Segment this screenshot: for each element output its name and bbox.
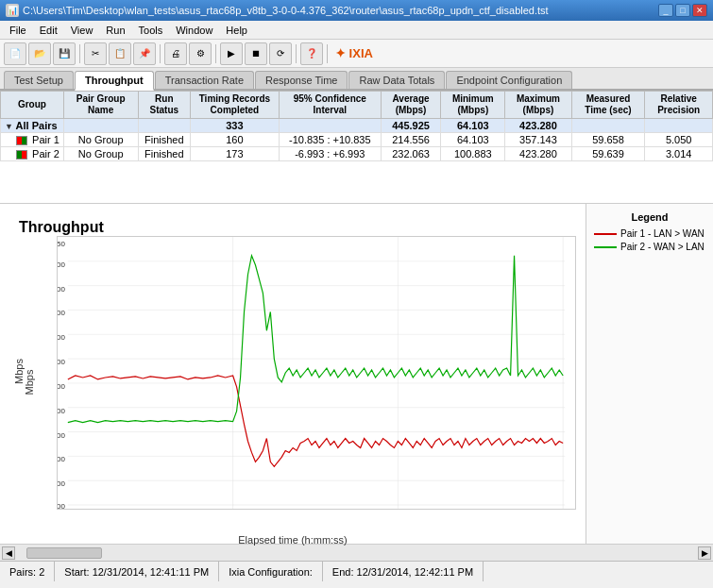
pair2-legend-line bbox=[594, 246, 617, 248]
status-end: End: 12/31/2014, 12:42:11 PM bbox=[323, 562, 484, 581]
svg-text:80.00: 80.00 bbox=[57, 455, 65, 463]
pair1-confidence: -10.835 : +10.835 bbox=[279, 133, 381, 147]
ixia-config-label: Ixia Configuration: bbox=[229, 566, 313, 578]
scroll-thumb[interactable] bbox=[26, 547, 102, 559]
app-icon: 📊 bbox=[6, 4, 19, 17]
pair1-label: Pair 1 bbox=[32, 134, 59, 145]
tab-test-setup[interactable]: Test Setup bbox=[4, 71, 74, 89]
pair2-timing: 173 bbox=[190, 147, 279, 161]
allpairs-maximum: 423.280 bbox=[505, 119, 571, 133]
allpairs-group: ▼ All Pairs bbox=[1, 119, 64, 133]
start-time: Start: 12/31/2014, 12:41:11 PM bbox=[64, 566, 209, 578]
pair2-group: Pair 2 bbox=[1, 147, 64, 161]
col-confidence-interval: 95% Confidence Interval bbox=[279, 92, 381, 119]
menu-bar: File Edit View Run Tools Window Help bbox=[0, 21, 713, 40]
menu-help[interactable]: Help bbox=[220, 23, 253, 38]
pair1-legend-line bbox=[594, 233, 617, 235]
menu-edit[interactable]: Edit bbox=[34, 23, 63, 38]
chart-section: Throughput Mbps 451 bbox=[0, 204, 713, 544]
chart-main: Throughput Mbps 451 bbox=[0, 204, 586, 544]
new-button[interactable]: 📄 bbox=[4, 42, 26, 65]
col-minimum: Minimum (Mbps) bbox=[441, 92, 505, 119]
col-maximum: Maximum (Mbps) bbox=[505, 92, 571, 119]
table-row: Pair 2 No Group Finished 173 -6.993 : +6… bbox=[1, 147, 713, 161]
pair2-average: 232.063 bbox=[381, 147, 441, 161]
separator-2 bbox=[160, 44, 161, 63]
svg-text:120.00: 120.00 bbox=[57, 431, 65, 440]
reset-button[interactable]: ⟳ bbox=[269, 42, 292, 65]
pair1-maximum: 357.143 bbox=[505, 133, 571, 147]
maximize-button[interactable]: □ bbox=[675, 4, 690, 17]
svg-text:240.00: 240.00 bbox=[57, 358, 65, 366]
separator-4 bbox=[296, 44, 297, 63]
svg-text:320.00: 320.00 bbox=[57, 309, 65, 317]
copy-button[interactable]: 📋 bbox=[109, 42, 131, 65]
horizontal-scrollbar[interactable]: ◀ ▶ bbox=[0, 544, 713, 561]
pair2-run-status: Finished bbox=[138, 147, 190, 161]
minimize-button[interactable]: _ bbox=[658, 4, 673, 17]
save-button[interactable]: 💾 bbox=[53, 42, 76, 65]
stop-button[interactable]: ⏹ bbox=[245, 42, 267, 65]
print-button[interactable]: 🖨 bbox=[164, 42, 187, 65]
results-table: Group Pair Group Name Run Status Timing … bbox=[0, 91, 713, 161]
status-bar: Pairs: 2 Start: 12/31/2014, 12:41:11 PM … bbox=[0, 561, 713, 581]
col-run-status: Run Status bbox=[138, 92, 190, 119]
menu-file[interactable]: File bbox=[4, 23, 32, 38]
cut-button[interactable]: ✂ bbox=[84, 42, 107, 65]
menu-tools[interactable]: Tools bbox=[133, 23, 169, 38]
legend-item-pair1: Pair 1 - LAN > WAN bbox=[594, 228, 705, 239]
allpairs-average: 445.925 bbox=[381, 119, 441, 133]
svg-text:280.00: 280.00 bbox=[57, 333, 65, 342]
tab-endpoint-config[interactable]: Endpoint Configuration bbox=[446, 71, 572, 89]
svg-text:360.00: 360.00 bbox=[57, 285, 65, 294]
tab-response-time[interactable]: Response Time bbox=[255, 71, 348, 89]
y-axis-label: Mbps bbox=[24, 370, 35, 395]
tab-throughput[interactable]: Throughput bbox=[75, 71, 154, 91]
menu-window[interactable]: Window bbox=[170, 23, 218, 38]
scroll-left-button[interactable]: ◀ bbox=[2, 546, 15, 560]
svg-text:451.50: 451.50 bbox=[57, 240, 65, 248]
svg-text:400.00: 400.00 bbox=[57, 260, 65, 269]
help-icon-btn[interactable]: ❓ bbox=[300, 42, 323, 65]
close-button[interactable]: ✕ bbox=[692, 4, 707, 17]
allpairs-confidence bbox=[279, 119, 381, 133]
legend-item-pair2: Pair 2 - WAN > LAN bbox=[594, 242, 705, 252]
pair2-confidence: -6.993 : +6.993 bbox=[279, 147, 381, 161]
pair1-timing: 160 bbox=[190, 133, 279, 147]
allpairs-timing: 333 bbox=[190, 119, 279, 133]
tab-raw-data-totals[interactable]: Raw Data Totals bbox=[348, 71, 445, 89]
menu-view[interactable]: View bbox=[65, 23, 99, 38]
table-row: ▼ All Pairs 333 445.925 64.103 423.280 bbox=[1, 119, 713, 133]
allpairs-label: All Pairs bbox=[16, 120, 58, 131]
pair1-group: Pair 1 bbox=[1, 133, 64, 147]
col-average: Average (Mbps) bbox=[381, 92, 441, 119]
col-pair-group-name: Pair Group Name bbox=[63, 92, 138, 119]
x-axis-label-text: Elapsed time (h:mm:ss) bbox=[238, 534, 348, 546]
separator-1 bbox=[79, 44, 80, 63]
pair2-minimum: 100.883 bbox=[441, 147, 505, 161]
allpairs-measured-time bbox=[571, 119, 645, 133]
svg-text:200.00: 200.00 bbox=[57, 382, 65, 391]
col-group: Group bbox=[1, 92, 64, 119]
menu-run[interactable]: Run bbox=[100, 23, 130, 38]
ixia-logo: ✦ IXIA bbox=[335, 46, 373, 60]
pair1-minimum: 64.103 bbox=[441, 133, 505, 147]
table-row: Pair 1 No Group Finished 160 -10.835 : +… bbox=[1, 133, 713, 147]
col-relative-precision: Relative Precision bbox=[645, 92, 713, 119]
settings-button[interactable]: ⚙ bbox=[189, 42, 212, 65]
scroll-track[interactable] bbox=[17, 546, 696, 560]
chart-svg: 451.50 400.00 360.00 320.00 280.00 240.0… bbox=[57, 236, 576, 510]
pair1-pair-group-name: No Group bbox=[63, 133, 138, 147]
pair2-measured-time: 59.639 bbox=[571, 147, 645, 161]
svg-text:160.00: 160.00 bbox=[57, 407, 65, 415]
pair1-icon bbox=[16, 136, 27, 145]
open-button[interactable]: 📂 bbox=[28, 42, 51, 65]
end-time: End: 12/31/2014, 12:42:11 PM bbox=[332, 566, 473, 578]
legend-title: Legend bbox=[594, 211, 705, 223]
run-button[interactable]: ▶ bbox=[220, 42, 243, 65]
tab-transaction-rate[interactable]: Transaction Rate bbox=[155, 71, 254, 89]
separator-3 bbox=[215, 44, 216, 63]
scroll-right-button[interactable]: ▶ bbox=[698, 546, 711, 560]
expand-icon[interactable]: ▼ bbox=[5, 122, 13, 131]
paste-button[interactable]: 📌 bbox=[133, 42, 156, 65]
